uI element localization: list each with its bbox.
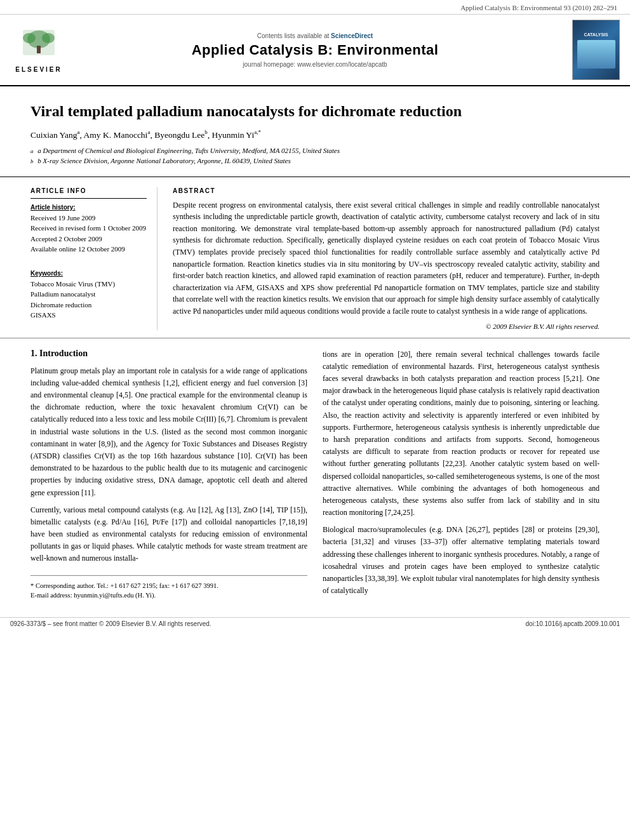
sciencedirect-link[interactable]: ScienceDirect <box>331 32 373 39</box>
abstract-label: ABSTRACT <box>173 187 600 194</box>
main-content: 1. Introduction Platinum group metals pl… <box>0 338 630 613</box>
section-1-para-1: Platinum group metals play an important … <box>30 365 307 499</box>
affiliation-b-text: b X-ray Science Division, Argonne Nation… <box>37 156 291 166</box>
article-info-column: ARTICLE INFO Article history: Received 1… <box>30 187 158 330</box>
keyword-1: Tobacco Mosaic Virus (TMV) <box>30 279 147 290</box>
abstract-column: ABSTRACT Despite recent progress on envi… <box>173 187 600 330</box>
keyword-2: Palladium nanocatalyst <box>30 289 147 300</box>
svg-rect-2 <box>37 46 41 53</box>
svg-point-4 <box>42 33 55 43</box>
keyword-3: Dichromate reduction <box>30 300 147 310</box>
received-date: Received 19 June 2009 <box>30 213 147 223</box>
footnote-star: * Corresponding author. Tel.: +1 617 627… <box>30 581 307 591</box>
keywords-label: Keywords: <box>30 270 147 277</box>
article-info-label: ARTICLE INFO <box>30 187 147 194</box>
affiliation-a: a a Department of Chemical and Biologica… <box>30 145 600 156</box>
cover-title: CATALYSIS <box>583 31 610 39</box>
journal-cover-image: CATALYSIS <box>572 20 620 80</box>
elsevier-logo-section: ELSEVIER <box>10 27 67 73</box>
journal-homepage: journal homepage: www.elsevier.com/locat… <box>67 61 563 68</box>
abstract-text: Despite recent progress on environmental… <box>173 199 600 317</box>
article-title-section: Viral templated palladium nanocatalysts … <box>0 86 630 177</box>
svg-point-3 <box>23 33 36 43</box>
bottom-bar: 0926-3373/$ – see front matter © 2009 El… <box>0 617 630 630</box>
available-date: Available online 12 October 2009 <box>30 244 147 255</box>
right-column: tions are in operation [20], there remai… <box>323 349 600 603</box>
elsevier-wordmark: ELSEVIER <box>15 66 62 73</box>
copyright-notice: © 2009 Elsevier B.V. All rights reserved… <box>173 323 600 330</box>
journal-title: Applied Catalysis B: Environmental <box>67 42 563 58</box>
authors-line: Cuixian Yanga, Amy K. Manocchia, Byeongd… <box>30 129 600 140</box>
article-history-label: Article history: <box>30 204 147 211</box>
doi-info: doi:10.1016/j.apcatb.2009.10.001 <box>526 620 620 627</box>
journal-title-section: Contents lists available at ScienceDirec… <box>67 32 563 68</box>
section-1-right-para-1: tions are in operation [20], there remai… <box>323 349 600 519</box>
sciencedirect-line: Contents lists available at ScienceDirec… <box>67 32 563 39</box>
issn-info: 0926-3373/$ – see front matter © 2009 El… <box>10 620 211 627</box>
elsevier-tree-svg <box>17 27 61 65</box>
section-1-right-para-2: Biological macro/supramolecules (e.g. DN… <box>323 524 600 597</box>
journal-header: ELSEVIER Contents lists available at Sci… <box>0 15 630 86</box>
journal-cover-section: CATALYSIS <box>563 20 620 80</box>
info-divider <box>30 198 147 199</box>
elsevier-logo: ELSEVIER <box>10 27 67 73</box>
left-column: 1. Introduction Platinum group metals pl… <box>30 349 307 603</box>
footnote-email: E-mail address: hyunmin.yi@tufts.edu (H.… <box>30 590 307 601</box>
section-1-para-2: Currently, various metal compound cataly… <box>30 504 307 565</box>
top-bar: Applied Catalysis B: Environmental 93 (2… <box>0 0 630 15</box>
article-info-abstract: ARTICLE INFO Article history: Received 1… <box>0 177 630 338</box>
keyword-4: GISAXS <box>30 310 147 321</box>
affiliations: a a Department of Chemical and Biologica… <box>30 145 600 166</box>
affiliation-a-text: a Department of Chemical and Biological … <box>37 145 340 156</box>
article-title: Viral templated palladium nanocatalysts … <box>30 102 600 121</box>
accepted-date: Accepted 2 October 2009 <box>30 234 147 244</box>
affiliation-b: b b X-ray Science Division, Argonne Nati… <box>30 156 600 166</box>
footnotes: * Corresponding author. Tel.: +1 617 627… <box>30 575 307 601</box>
journal-citation: Applied Catalysis B: Environmental 93 (2… <box>460 4 617 11</box>
received-revised-date: Received in revised form 1 October 2009 <box>30 223 147 234</box>
cover-thumbnail <box>577 40 615 69</box>
elsevier-tree-logo <box>17 27 61 65</box>
section-1-heading: 1. Introduction <box>30 349 307 359</box>
